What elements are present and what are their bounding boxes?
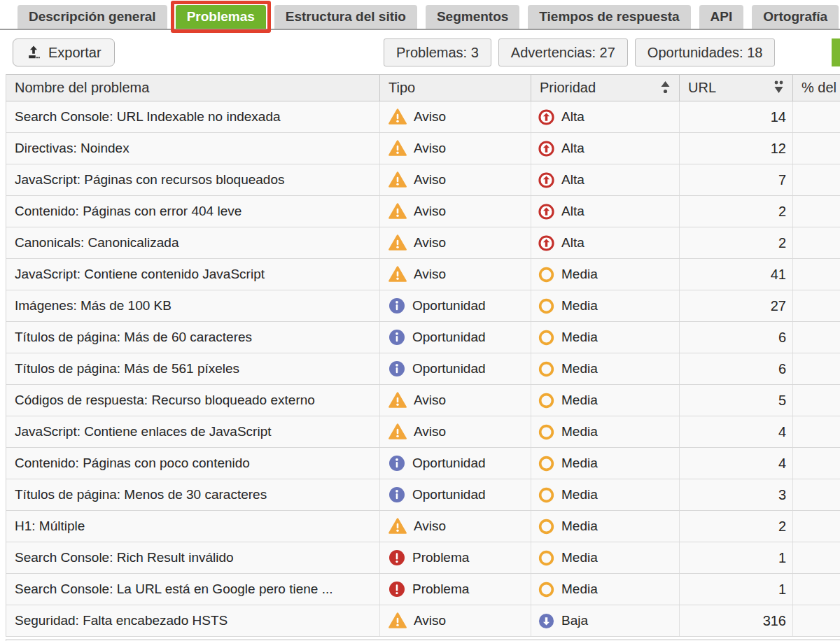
column-header-url[interactable]: URL	[680, 75, 793, 101]
table-row[interactable]: H1: MúltipleAvisoMedia2	[6, 511, 840, 542]
badge-problemas[interactable]: Problemas: 3	[384, 38, 491, 66]
table-row[interactable]: Search Console: La URL está en Google pe…	[6, 574, 840, 605]
tab-problemas[interactable]: Problemas	[176, 5, 266, 29]
table-row[interactable]: Títulos de página: Más de 561 píxelesOpo…	[6, 353, 840, 385]
arrow-up-circle-icon	[538, 109, 554, 125]
info-icon	[388, 486, 405, 503]
priority-cell: Alta	[531, 101, 680, 132]
info-icon	[388, 360, 405, 377]
type-label: Aviso	[414, 613, 446, 628]
priority-label: Media	[561, 550, 598, 565]
type-cell: Oportunidad	[380, 322, 531, 353]
column-header-tipo[interactable]: Tipo	[380, 75, 531, 101]
export-button[interactable]: Exportar	[13, 38, 115, 66]
table-row[interactable]: Search Console: URL Indexable no indexad…	[6, 101, 840, 133]
table-row[interactable]: Títulos de página: Más de 60 caracteresO…	[6, 322, 840, 353]
badge-oportunidades[interactable]: Oportunidades: 18	[635, 38, 776, 66]
priority-label: Media	[561, 298, 598, 314]
url-count-cell: 6	[680, 353, 793, 384]
type-label: Aviso	[414, 519, 446, 534]
issue-name-cell: Títulos de página: Más de 60 caracteres	[6, 322, 380, 353]
circle-outline-icon	[538, 267, 554, 283]
circle-outline-icon	[538, 393, 554, 409]
green-badge	[832, 38, 840, 66]
tab-tiempos-de-respuesta[interactable]: Tiempos de respuesta	[528, 5, 690, 29]
priority-cell: Media	[531, 416, 680, 447]
url-count-cell: 4	[680, 416, 793, 447]
type-label: Oportunidad	[412, 487, 486, 502]
priority-label: Alta	[561, 172, 584, 188]
warning-icon	[388, 171, 407, 188]
priority-label: Alta	[561, 141, 584, 156]
column-header-nombre-del-problema[interactable]: Nombre del problema	[6, 75, 380, 101]
url-count-cell: 4	[680, 448, 793, 479]
table-row[interactable]: Imágenes: Más de 100 KBOportunidadMedia2…	[6, 290, 840, 322]
table-row[interactable]: Códigos de respuesta: Recurso bloqueado …	[6, 385, 840, 416]
table-row[interactable]: Títulos de página: Menos de 30 caractere…	[6, 479, 840, 511]
priority-label: Media	[561, 582, 598, 597]
type-label: Problema	[412, 582, 469, 597]
table-row[interactable]: Seguridad: Falta encabezado HSTSAvisoBaj…	[6, 605, 840, 637]
issue-name-cell: Títulos de página: Menos de 30 caractere…	[6, 479, 380, 510]
column-header-label: URL	[688, 80, 716, 96]
type-label: Oportunidad	[412, 361, 486, 376]
warning-icon	[388, 108, 407, 125]
warning-icon	[388, 234, 407, 251]
priority-cell: Media	[531, 322, 680, 353]
column-header-del-total[interactable]: % del total	[793, 75, 840, 101]
type-label: Aviso	[414, 109, 446, 125]
table-row[interactable]: Canonicals: CanonicalizadaAvisoAlta2	[6, 227, 840, 259]
priority-cell: Media	[531, 542, 680, 573]
warning-icon	[388, 140, 407, 157]
table-row[interactable]: Search Console: Rich Result inválidoProb…	[6, 542, 840, 574]
priority-label: Media	[561, 393, 598, 408]
circle-outline-icon	[538, 582, 554, 598]
issue-name-cell: Seguridad: Falta encabezado HSTS	[6, 605, 380, 636]
percent-cell	[793, 322, 840, 353]
tab-segmentos[interactable]: Segmentos	[426, 5, 519, 29]
type-label: Oportunidad	[412, 456, 486, 471]
table-row[interactable]: JavaScript: Contiene contenido JavaScrip…	[6, 259, 840, 290]
url-count-cell: 6	[680, 322, 793, 353]
priority-cell: Alta	[531, 196, 680, 227]
table-row[interactable]: Contenido: Páginas con error 404 leveAvi…	[6, 196, 840, 227]
error-icon	[388, 549, 405, 566]
priority-label: Alta	[561, 109, 584, 125]
url-count-cell: 316	[680, 605, 793, 636]
percent-cell	[793, 259, 840, 290]
arrow-down-circle-icon	[538, 613, 554, 629]
type-label: Problema	[412, 550, 469, 565]
table-row[interactable]: Contenido: Páginas con poco contenidoOpo…	[6, 448, 840, 479]
type-label: Oportunidad	[412, 330, 486, 345]
percent-cell	[793, 290, 840, 321]
tab-estructura-del-sitio[interactable]: Estructura del sitio	[274, 5, 417, 29]
type-cell: Aviso	[380, 605, 531, 636]
tab-ortografia[interactable]: Ortografía	[752, 5, 839, 29]
url-count-cell: 5	[680, 385, 793, 416]
tab-bar: Descripción generalProblemasEstructura d…	[18, 5, 840, 29]
priority-label: Alta	[561, 235, 584, 251]
table-row[interactable]: JavaScript: Páginas con recursos bloquea…	[6, 164, 840, 196]
tab-api[interactable]: API	[699, 5, 744, 29]
column-header-label: Tipo	[388, 80, 415, 96]
warning-icon	[388, 266, 407, 283]
circle-outline-icon	[538, 550, 554, 566]
table-body: Search Console: URL Indexable no indexad…	[6, 101, 840, 637]
priority-cell: Alta	[531, 133, 680, 164]
percent-cell	[793, 164, 840, 195]
type-label: Aviso	[414, 172, 446, 188]
circle-outline-icon	[538, 456, 554, 472]
badge-advertencias[interactable]: Advertencias: 27	[498, 38, 628, 66]
summary-badges: Problemas: 3Advertencias: 27Oportunidade…	[384, 38, 775, 66]
type-cell: Problema	[380, 574, 531, 605]
tab-descripcion-general[interactable]: Descripción general	[18, 5, 167, 29]
issue-name-cell: Contenido: Páginas con error 404 leve	[6, 196, 380, 227]
url-count-cell: 7	[680, 164, 793, 195]
table-row[interactable]: JavaScript: Contiene enlaces de JavaScri…	[6, 416, 840, 448]
percent-cell	[793, 542, 840, 573]
column-header-prioridad[interactable]: Prioridad	[531, 75, 680, 101]
url-count-cell: 1	[680, 542, 793, 573]
issue-name-cell: Imágenes: Más de 100 KB	[6, 290, 380, 321]
url-count-cell: 1	[680, 574, 793, 605]
table-row[interactable]: Directivas: NoindexAvisoAlta12	[6, 133, 840, 164]
